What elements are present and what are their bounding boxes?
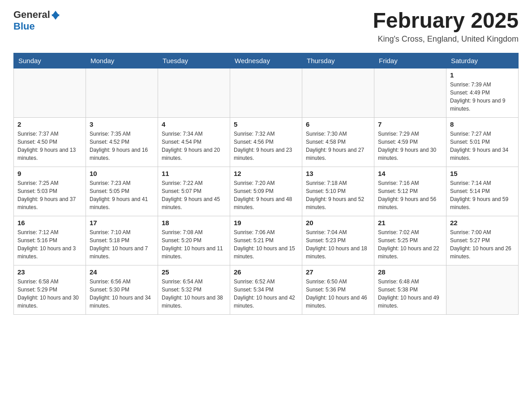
day-number: 20 (306, 219, 370, 227)
day-number: 26 (234, 268, 298, 276)
day-number: 1 (450, 71, 515, 79)
calendar-cell: 11Sunrise: 7:22 AMSunset: 5:07 PMDayligh… (158, 167, 230, 216)
day-info: Sunrise: 7:37 AMSunset: 4:50 PMDaylight:… (17, 130, 82, 162)
calendar-cell: 7Sunrise: 7:29 AMSunset: 4:59 PMDaylight… (374, 117, 446, 167)
calendar-cell: 13Sunrise: 7:18 AMSunset: 5:10 PMDayligh… (302, 167, 374, 216)
day-info: Sunrise: 7:14 AMSunset: 5:14 PMDaylight:… (450, 179, 515, 211)
calendar-cell: 14Sunrise: 7:16 AMSunset: 5:12 PMDayligh… (374, 167, 446, 216)
day-number: 12 (234, 170, 298, 177)
day-number: 14 (378, 170, 442, 177)
day-number: 24 (90, 268, 154, 276)
day-info: Sunrise: 7:30 AMSunset: 4:58 PMDaylight:… (306, 130, 370, 162)
calendar-cell: 5Sunrise: 7:32 AMSunset: 4:56 PMDaylight… (230, 117, 302, 167)
day-number: 8 (450, 120, 515, 128)
calendar-cell: 24Sunrise: 6:56 AMSunset: 5:30 PMDayligh… (86, 265, 158, 314)
day-number: 10 (90, 170, 154, 177)
day-info: Sunrise: 7:18 AMSunset: 5:10 PMDaylight:… (306, 179, 370, 211)
day-info: Sunrise: 6:56 AMSunset: 5:30 PMDaylight:… (90, 278, 154, 310)
day-info: Sunrise: 6:54 AMSunset: 5:32 PMDaylight:… (162, 278, 226, 310)
calendar-day-header: Friday (374, 53, 446, 68)
calendar-cell: 28Sunrise: 6:48 AMSunset: 5:38 PMDayligh… (374, 265, 446, 314)
day-info: Sunrise: 7:06 AMSunset: 5:21 PMDaylight:… (234, 228, 298, 261)
day-number: 7 (378, 120, 442, 128)
logo-blue: Blue (13, 21, 35, 32)
calendar-day-header: Sunday (14, 53, 86, 68)
day-number: 18 (162, 219, 226, 227)
calendar-cell: 6Sunrise: 7:30 AMSunset: 4:58 PMDaylight… (302, 117, 374, 167)
calendar-cell (14, 68, 86, 117)
day-info: Sunrise: 7:02 AMSunset: 5:25 PMDaylight:… (378, 228, 442, 261)
day-info: Sunrise: 7:10 AMSunset: 5:18 PMDaylight:… (90, 228, 154, 261)
calendar-cell: 12Sunrise: 7:20 AMSunset: 5:09 PMDayligh… (230, 167, 302, 216)
calendar-cell: 20Sunrise: 7:04 AMSunset: 5:23 PMDayligh… (302, 216, 374, 265)
calendar-cell: 27Sunrise: 6:50 AMSunset: 5:36 PMDayligh… (302, 265, 374, 314)
day-number: 19 (234, 219, 298, 227)
day-number: 23 (17, 268, 82, 276)
calendar-table: SundayMondayTuesdayWednesdayThursdayFrid… (13, 53, 519, 315)
day-info: Sunrise: 7:12 AMSunset: 5:16 PMDaylight:… (17, 228, 82, 261)
day-info: Sunrise: 7:04 AMSunset: 5:23 PMDaylight:… (306, 228, 370, 261)
day-info: Sunrise: 7:20 AMSunset: 5:09 PMDaylight:… (234, 179, 298, 211)
day-info: Sunrise: 6:48 AMSunset: 5:38 PMDaylight:… (378, 278, 442, 310)
day-number: 16 (17, 219, 82, 227)
day-info: Sunrise: 7:08 AMSunset: 5:20 PMDaylight:… (162, 228, 226, 261)
calendar-cell (158, 68, 230, 117)
calendar-header-row: SundayMondayTuesdayWednesdayThursdayFrid… (14, 53, 519, 68)
day-info: Sunrise: 7:16 AMSunset: 5:12 PMDaylight:… (378, 179, 442, 211)
calendar-week-row: 9Sunrise: 7:25 AMSunset: 5:03 PMDaylight… (14, 167, 519, 216)
day-info: Sunrise: 7:22 AMSunset: 5:07 PMDaylight:… (162, 179, 226, 211)
day-number: 11 (162, 170, 226, 177)
day-info: Sunrise: 6:58 AMSunset: 5:29 PMDaylight:… (17, 278, 82, 310)
day-number: 2 (17, 120, 82, 128)
calendar-week-row: 16Sunrise: 7:12 AMSunset: 5:16 PMDayligh… (14, 216, 519, 265)
day-info: Sunrise: 6:52 AMSunset: 5:34 PMDaylight:… (234, 278, 298, 310)
calendar-cell: 18Sunrise: 7:08 AMSunset: 5:20 PMDayligh… (158, 216, 230, 265)
day-info: Sunrise: 7:00 AMSunset: 5:27 PMDaylight:… (450, 228, 515, 261)
calendar-cell (446, 265, 519, 314)
day-number: 21 (378, 219, 442, 227)
day-number: 6 (306, 120, 370, 128)
day-info: Sunrise: 7:34 AMSunset: 4:54 PMDaylight:… (162, 130, 226, 162)
calendar-cell: 9Sunrise: 7:25 AMSunset: 5:03 PMDaylight… (14, 167, 86, 216)
logo: General Blue (13, 9, 60, 33)
calendar-day-header: Wednesday (230, 53, 302, 68)
calendar-cell: 17Sunrise: 7:10 AMSunset: 5:18 PMDayligh… (86, 216, 158, 265)
calendar-cell (374, 68, 446, 117)
calendar-cell: 1Sunrise: 7:39 AMSunset: 4:49 PMDaylight… (446, 68, 519, 117)
calendar-day-header: Thursday (302, 53, 374, 68)
day-info: Sunrise: 7:32 AMSunset: 4:56 PMDaylight:… (234, 130, 298, 162)
calendar-cell: 19Sunrise: 7:06 AMSunset: 5:21 PMDayligh… (230, 216, 302, 265)
calendar-cell: 10Sunrise: 7:23 AMSunset: 5:05 PMDayligh… (86, 167, 158, 216)
calendar-cell (230, 68, 302, 117)
page-header: General Blue February 2025 King's Cross,… (13, 9, 519, 44)
day-number: 22 (450, 219, 515, 227)
logo-general: General (13, 9, 50, 21)
day-info: Sunrise: 7:23 AMSunset: 5:05 PMDaylight:… (90, 179, 154, 211)
calendar-cell: 21Sunrise: 7:02 AMSunset: 5:25 PMDayligh… (374, 216, 446, 265)
calendar-day-header: Saturday (446, 53, 519, 68)
day-number: 25 (162, 268, 226, 276)
day-info: Sunrise: 6:50 AMSunset: 5:36 PMDaylight:… (306, 278, 370, 310)
calendar-cell: 26Sunrise: 6:52 AMSunset: 5:34 PMDayligh… (230, 265, 302, 314)
calendar-day-header: Monday (86, 53, 158, 68)
day-number: 3 (90, 120, 154, 128)
calendar-cell: 4Sunrise: 7:34 AMSunset: 4:54 PMDaylight… (158, 117, 230, 167)
calendar-cell: 25Sunrise: 6:54 AMSunset: 5:32 PMDayligh… (158, 265, 230, 314)
calendar-cell (302, 68, 374, 117)
day-number: 5 (234, 120, 298, 128)
month-title: February 2025 (373, 9, 519, 33)
calendar-cell: 22Sunrise: 7:00 AMSunset: 5:27 PMDayligh… (446, 216, 519, 265)
day-number: 4 (162, 120, 226, 128)
calendar-cell: 2Sunrise: 7:37 AMSunset: 4:50 PMDaylight… (14, 117, 86, 167)
calendar-cell: 23Sunrise: 6:58 AMSunset: 5:29 PMDayligh… (14, 265, 86, 314)
calendar-week-row: 23Sunrise: 6:58 AMSunset: 5:29 PMDayligh… (14, 265, 519, 314)
day-number: 13 (306, 170, 370, 177)
day-info: Sunrise: 7:35 AMSunset: 4:52 PMDaylight:… (90, 130, 154, 162)
day-number: 17 (90, 219, 154, 227)
day-info: Sunrise: 7:25 AMSunset: 5:03 PMDaylight:… (17, 179, 82, 211)
calendar-cell (86, 68, 158, 117)
calendar-cell: 15Sunrise: 7:14 AMSunset: 5:14 PMDayligh… (446, 167, 519, 216)
day-number: 27 (306, 268, 370, 276)
day-info: Sunrise: 7:29 AMSunset: 4:59 PMDaylight:… (378, 130, 442, 162)
title-area: February 2025 King's Cross, England, Uni… (373, 9, 519, 44)
